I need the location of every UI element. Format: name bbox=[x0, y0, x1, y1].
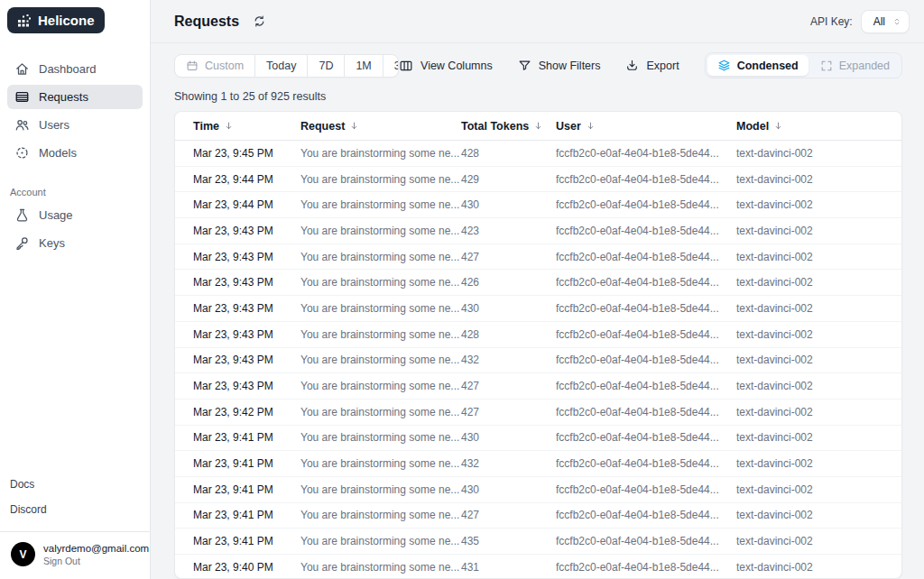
sidebar-item-label: Dashboard bbox=[39, 62, 97, 76]
sidebar-item-label: Requests bbox=[39, 90, 88, 104]
docs-link[interactable]: Docs bbox=[7, 472, 143, 497]
cell-time: Mar 23, 9:45 PM bbox=[193, 147, 300, 160]
column-header-request[interactable]: Request bbox=[300, 120, 461, 133]
cell-time: Mar 23, 9:40 PM bbox=[193, 561, 300, 574]
export-button[interactable]: Export bbox=[625, 59, 679, 72]
key-icon bbox=[14, 235, 30, 251]
cell-time: Mar 23, 9:41 PM bbox=[193, 483, 300, 496]
table-row[interactable]: Mar 23, 9:41 PM You are brainstorming so… bbox=[175, 426, 901, 452]
cell-total-tokens: 427 bbox=[461, 251, 556, 263]
cell-user: fccfb2c0-e0af-4e04-b1e8-5de44... bbox=[556, 276, 736, 289]
table-row[interactable]: Mar 23, 9:41 PM You are brainstorming so… bbox=[175, 528, 901, 555]
cell-user: fccfb2c0-e0af-4e04-b1e8-5de44... bbox=[556, 380, 736, 392]
topbar: Requests API Key: All bbox=[151, 0, 924, 43]
home-icon bbox=[14, 61, 30, 77]
expand-icon bbox=[820, 60, 833, 72]
sidebar-item-dashboard[interactable]: Dashboard bbox=[7, 57, 143, 81]
cell-time: Mar 23, 9:41 PM bbox=[193, 509, 300, 521]
table-row[interactable]: Mar 23, 9:43 PM You are brainstorming so… bbox=[175, 348, 901, 374]
sidebar-item-users[interactable]: Users bbox=[7, 113, 143, 137]
cell-request: You are brainstorming some ne... bbox=[300, 251, 461, 263]
cell-user: fccfb2c0-e0af-4e04-b1e8-5de44... bbox=[556, 302, 736, 315]
show-filters-button[interactable]: Show Filters bbox=[518, 59, 601, 72]
sort-desc-icon bbox=[224, 121, 234, 131]
sign-out-link[interactable]: Sign Out bbox=[43, 556, 149, 566]
api-key-select[interactable]: All bbox=[861, 10, 910, 33]
cell-time: Mar 23, 9:41 PM bbox=[193, 457, 300, 470]
cell-total-tokens: 428 bbox=[461, 147, 556, 160]
table-row[interactable]: Mar 23, 9:43 PM You are brainstorming so… bbox=[175, 296, 901, 322]
cell-user: fccfb2c0-e0af-4e04-b1e8-5de44... bbox=[556, 561, 736, 574]
cell-total-tokens: 432 bbox=[461, 457, 556, 470]
table-row[interactable]: Mar 23, 9:41 PM You are brainstorming so… bbox=[175, 451, 901, 477]
cell-model: text-davinci-002 bbox=[736, 147, 901, 160]
time-filter-custom[interactable]: Custom bbox=[175, 55, 255, 77]
table-row[interactable]: Mar 23, 9:43 PM You are brainstorming so… bbox=[175, 218, 901, 244]
helicone-logo[interactable]: Helicone bbox=[7, 7, 105, 33]
cell-time: Mar 23, 9:43 PM bbox=[193, 354, 300, 366]
cell-model: text-davinci-002 bbox=[736, 302, 901, 315]
time-filter-7d[interactable]: 7D bbox=[308, 55, 345, 77]
cell-total-tokens: 428 bbox=[461, 328, 556, 341]
layers-icon bbox=[717, 59, 731, 72]
sidebar-item-requests[interactable]: Requests bbox=[7, 85, 143, 109]
cell-time: Mar 23, 9:43 PM bbox=[193, 276, 300, 289]
sidebar-item-label: Users bbox=[39, 118, 69, 132]
table-row[interactable]: Mar 23, 9:41 PM You are brainstorming so… bbox=[175, 477, 901, 503]
sidebar-item-usage[interactable]: Usage bbox=[7, 203, 143, 227]
time-filter-3m[interactable]: 3M bbox=[383, 55, 399, 77]
time-filter-1m[interactable]: 1M bbox=[345, 55, 383, 77]
cell-time: Mar 23, 9:42 PM bbox=[193, 406, 300, 418]
sidebar-item-label: Usage bbox=[39, 208, 73, 222]
cell-time: Mar 23, 9:44 PM bbox=[193, 173, 300, 186]
column-header-time[interactable]: Time bbox=[193, 120, 300, 133]
table-row[interactable]: Mar 23, 9:43 PM You are brainstorming so… bbox=[175, 244, 901, 271]
cell-model: text-davinci-002 bbox=[736, 225, 901, 237]
table-row[interactable]: Mar 23, 9:45 PM You are brainstorming so… bbox=[175, 141, 901, 167]
cell-request: You are brainstorming some ne... bbox=[300, 509, 461, 521]
table-row[interactable]: Mar 23, 9:44 PM You are brainstorming so… bbox=[175, 167, 901, 193]
density-toggle: Condensed Expanded bbox=[705, 52, 902, 78]
toolbar-actions: View Columns Show Filters Export Condens… bbox=[399, 52, 902, 78]
chevron-up-down-icon bbox=[892, 16, 902, 27]
cell-total-tokens: 430 bbox=[461, 431, 556, 444]
cell-total-tokens: 427 bbox=[461, 509, 556, 521]
cell-model: text-davinci-002 bbox=[736, 535, 901, 547]
condensed-toggle[interactable]: Condensed bbox=[707, 55, 808, 76]
table-row[interactable]: Mar 23, 9:41 PM You are brainstorming so… bbox=[175, 503, 901, 529]
table-row[interactable]: Mar 23, 9:44 PM You are brainstorming so… bbox=[175, 192, 901, 218]
beaker-icon bbox=[14, 207, 30, 223]
requests-table-card: Time Request Total Tokens User Model bbox=[174, 111, 902, 579]
column-header-total-tokens[interactable]: Total Tokens bbox=[461, 120, 556, 133]
time-filter-today[interactable]: Today bbox=[255, 55, 308, 77]
cell-time: Mar 23, 9:41 PM bbox=[193, 431, 300, 444]
cell-total-tokens: 430 bbox=[461, 483, 556, 496]
sidebar-item-models[interactable]: Models bbox=[7, 141, 143, 165]
account-nav: Usage Keys bbox=[7, 203, 143, 255]
view-columns-button[interactable]: View Columns bbox=[399, 59, 493, 73]
column-header-model[interactable]: Model bbox=[736, 120, 901, 133]
cell-model: text-davinci-002 bbox=[736, 431, 901, 444]
table-icon bbox=[14, 89, 30, 105]
cell-total-tokens: 430 bbox=[461, 302, 556, 315]
cell-request: You are brainstorming some ne... bbox=[300, 198, 461, 211]
table-row[interactable]: Mar 23, 9:43 PM You are brainstorming so… bbox=[175, 322, 901, 348]
expanded-toggle[interactable]: Expanded bbox=[810, 56, 900, 76]
discord-link[interactable]: Discord bbox=[7, 497, 143, 522]
table-header-row: Time Request Total Tokens User Model bbox=[175, 112, 901, 141]
cell-user: fccfb2c0-e0af-4e04-b1e8-5de44... bbox=[556, 354, 736, 366]
sidebar-item-keys[interactable]: Keys bbox=[7, 231, 143, 255]
cell-request: You are brainstorming some ne... bbox=[300, 225, 461, 237]
refresh-button[interactable] bbox=[253, 14, 266, 28]
table-row[interactable]: Mar 23, 9:42 PM You are brainstorming so… bbox=[175, 400, 901, 426]
user-email: valyrdemo@gmail.com bbox=[43, 542, 149, 556]
column-header-user[interactable]: User bbox=[556, 120, 736, 133]
cell-total-tokens: 429 bbox=[461, 173, 556, 186]
user-row: V valyrdemo@gmail.com Sign Out bbox=[0, 531, 150, 568]
table-row[interactable]: Mar 23, 9:40 PM You are brainstorming so… bbox=[175, 555, 901, 579]
cell-model: text-davinci-002 bbox=[736, 561, 901, 574]
table-row[interactable]: Mar 23, 9:43 PM You are brainstorming so… bbox=[175, 270, 901, 296]
table-row[interactable]: Mar 23, 9:43 PM You are brainstorming so… bbox=[175, 373, 901, 400]
cell-model: text-davinci-002 bbox=[736, 328, 901, 341]
sort-desc-icon bbox=[773, 121, 783, 131]
